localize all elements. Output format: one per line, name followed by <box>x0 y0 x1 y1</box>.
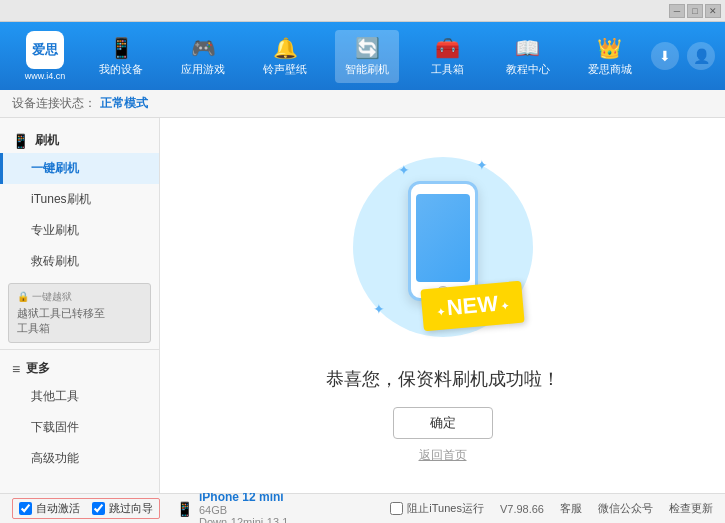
customer-service-link[interactable]: 客服 <box>560 501 582 516</box>
header: 爱思 www.i4.cn 📱 我的设备 🎮 应用游戏 🔔 铃声壁纸 🔄 智能刷机… <box>0 22 725 90</box>
sidebar-more-header: ≡ 更多 <box>0 354 159 381</box>
auto-start-label: 自动激活 <box>36 501 80 516</box>
my-device-icon: 📱 <box>109 36 134 60</box>
nav-smart-flash[interactable]: 🔄 智能刷机 <box>335 30 399 83</box>
home-link[interactable]: 返回首页 <box>419 447 467 464</box>
logo-url: www.i4.cn <box>25 71 66 81</box>
notice-text: 越狱工具已转移至 工具箱 <box>17 306 142 336</box>
ringtones-label: 铃声壁纸 <box>263 62 307 77</box>
my-device-label: 我的设备 <box>99 62 143 77</box>
status-value: 正常模式 <box>100 95 148 112</box>
sidebar-item-pro-flash[interactable]: 专业刷机 <box>0 215 159 246</box>
sidebar-item-one-key-flash[interactable]: 一键刷机 <box>0 153 159 184</box>
apps-games-icon: 🎮 <box>191 36 216 60</box>
tools-label: 工具箱 <box>431 62 464 77</box>
nav-my-device[interactable]: 📱 我的设备 <box>89 30 153 83</box>
logo-icon: 爱思 <box>26 31 64 69</box>
apps-games-label: 应用游戏 <box>181 62 225 77</box>
close-button[interactable]: ✕ <box>705 4 721 18</box>
flash-header-title: 刷机 <box>35 132 59 149</box>
success-text: 恭喜您，保资料刷机成功啦！ <box>326 367 560 391</box>
more-header-title: 更多 <box>26 360 50 377</box>
device-firmware: Down-12mini-13,1 <box>199 516 288 524</box>
content-area: ✦ ✦ ✦ NEW 恭喜您，保资料刷机成功啦！ 确定 返回首页 <box>160 118 725 493</box>
notice-lock-label: 🔒 一键越狱 <box>17 290 142 304</box>
sidebar-item-advanced[interactable]: 高级功能 <box>0 443 159 474</box>
confirm-button[interactable]: 确定 <box>393 407 493 439</box>
nav-vip-mall[interactable]: 👑 爱思商城 <box>578 30 642 83</box>
device-details: iPhone 12 mini 64GB Down-12mini-13,1 <box>199 490 288 524</box>
star-1: ✦ <box>398 162 410 178</box>
title-bar: ─ □ ✕ <box>0 0 725 22</box>
tools-icon: 🧰 <box>435 36 460 60</box>
tutorial-icon: 📖 <box>515 36 540 60</box>
tutorial-label: 教程中心 <box>506 62 550 77</box>
ringtones-icon: 🔔 <box>273 36 298 60</box>
sidebar-item-download-firmware[interactable]: 下载固件 <box>0 412 159 443</box>
smart-flash-label: 智能刷机 <box>345 62 389 77</box>
checkbox-group: 自动激活 跳过向导 <box>12 498 160 519</box>
sidebar-item-itunes-flash[interactable]: iTunes刷机 <box>0 184 159 215</box>
sidebar-divider <box>0 349 159 350</box>
sidebar-item-other-tools[interactable]: 其他工具 <box>0 381 159 412</box>
window-controls: ─ □ ✕ <box>669 4 721 18</box>
sidebar-item-save-flash[interactable]: 救砖刷机 <box>0 246 159 277</box>
skip-guide-checkbox[interactable] <box>92 502 105 515</box>
stop-itunes-label: 阻止iTunes运行 <box>407 501 484 516</box>
device-info: 📱 iPhone 12 mini 64GB Down-12mini-13,1 <box>176 490 288 524</box>
nav-ringtones[interactable]: 🔔 铃声壁纸 <box>253 30 317 83</box>
sidebar-flash-header: 📱 刷机 <box>0 126 159 153</box>
nav-apps-games[interactable]: 🎮 应用游戏 <box>171 30 235 83</box>
phone-body <box>408 181 478 301</box>
nav-tutorial[interactable]: 📖 教程中心 <box>496 30 560 83</box>
flash-header-icon: 📱 <box>12 133 29 149</box>
header-right: ⬇ 👤 <box>651 42 715 70</box>
star-2: ✦ <box>476 157 488 173</box>
version-text: V7.98.66 <box>500 503 544 515</box>
bottom-right: 阻止iTunes运行 V7.98.66 客服 微信公众号 检查更新 <box>390 501 713 516</box>
download-button[interactable]: ⬇ <box>651 42 679 70</box>
star-3: ✦ <box>373 301 385 317</box>
device-storage: 64GB <box>199 504 288 516</box>
sidebar: 📱 刷机 一键刷机 iTunes刷机 专业刷机 救砖刷机 🔒 一键越狱 越狱工具… <box>0 118 160 493</box>
phone-screen <box>416 194 470 282</box>
more-header-icon: ≡ <box>12 361 20 377</box>
bottom-left: 自动激活 跳过向导 📱 iPhone 12 mini 64GB Down-12m… <box>12 490 288 524</box>
smart-flash-icon: 🔄 <box>355 36 380 60</box>
auto-start-checkbox[interactable] <box>19 502 32 515</box>
stop-itunes[interactable]: 阻止iTunes运行 <box>390 501 484 516</box>
skip-guide-label: 跳过向导 <box>109 501 153 516</box>
vip-mall-icon: 👑 <box>597 36 622 60</box>
bottom-bar: 自动激活 跳过向导 📱 iPhone 12 mini 64GB Down-12m… <box>0 493 725 523</box>
main-layout: 📱 刷机 一键刷机 iTunes刷机 专业刷机 救砖刷机 🔒 一键越狱 越狱工具… <box>0 118 725 493</box>
status-label: 设备连接状态： <box>12 95 96 112</box>
phone-illustration: ✦ ✦ ✦ NEW <box>343 147 543 347</box>
logo[interactable]: 爱思 www.i4.cn <box>10 31 80 81</box>
stop-itunes-checkbox[interactable] <box>390 502 403 515</box>
nav-tools[interactable]: 🧰 工具箱 <box>418 30 478 83</box>
wechat-link[interactable]: 微信公众号 <box>598 501 653 516</box>
user-button[interactable]: 👤 <box>687 42 715 70</box>
device-icon: 📱 <box>176 501 193 517</box>
maximize-button[interactable]: □ <box>687 4 703 18</box>
minimize-button[interactable]: ─ <box>669 4 685 18</box>
status-bar: 设备连接状态： 正常模式 <box>0 90 725 118</box>
check-update-link[interactable]: 检查更新 <box>669 501 713 516</box>
vip-mall-label: 爱思商城 <box>588 62 632 77</box>
nav-bar: 📱 我的设备 🎮 应用游戏 🔔 铃声壁纸 🔄 智能刷机 🧰 工具箱 📖 教程中心… <box>80 30 651 83</box>
new-badge: NEW <box>420 281 524 332</box>
sidebar-notice: 🔒 一键越狱 越狱工具已转移至 工具箱 <box>8 283 151 343</box>
